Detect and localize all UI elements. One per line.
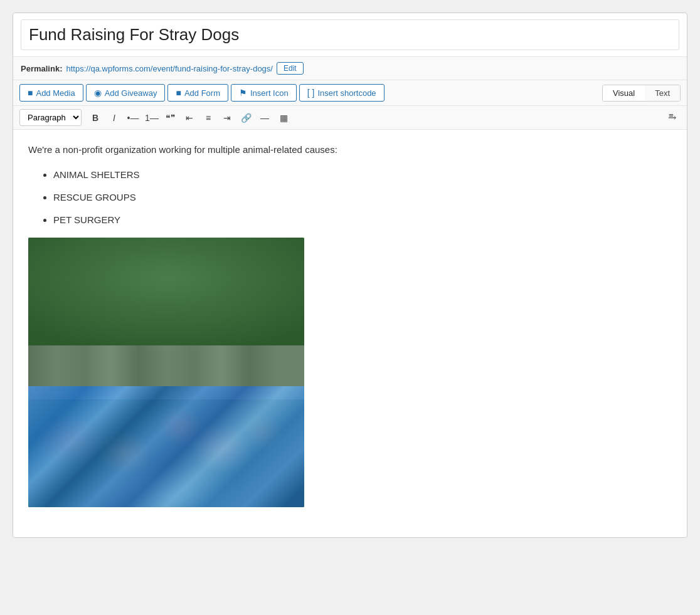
insert-shortcode-button[interactable]: [ ] Insert shortcode bbox=[299, 84, 384, 102]
horizontal-rule-icon: ― bbox=[260, 113, 269, 123]
main-toolbar: ■ Add Media ◉ Add Giveaway ■ Add Form ⚑ … bbox=[13, 80, 687, 106]
insert-icon-icon: ⚑ bbox=[239, 88, 247, 98]
add-media-icon: ■ bbox=[28, 88, 33, 98]
align-left-button[interactable]: ⇤ bbox=[181, 110, 198, 126]
align-center-button[interactable]: ≡ bbox=[199, 110, 217, 126]
bold-icon: B bbox=[92, 113, 98, 123]
dog-image bbox=[28, 238, 304, 507]
visual-tab[interactable]: Visual bbox=[603, 85, 645, 101]
permalink-edit-button[interactable]: Edit bbox=[277, 62, 304, 75]
list-item: RESCUE GROUPS bbox=[53, 190, 672, 205]
unordered-list-button[interactable]: •— bbox=[124, 110, 142, 126]
content-list: ANIMAL SHELTERS RESCUE GROUPS PET SURGER… bbox=[53, 167, 672, 228]
editor-container: Permalink: https://qa.wpforms.com/event/… bbox=[13, 13, 687, 538]
align-right-icon: ⇥ bbox=[223, 113, 231, 123]
view-tabs: Visual Text bbox=[602, 85, 681, 102]
intro-paragraph: We're a non-profit organization working … bbox=[28, 142, 672, 157]
add-giveaway-icon: ◉ bbox=[94, 88, 102, 98]
text-tab[interactable]: Text bbox=[645, 85, 680, 101]
editor-content[interactable]: We're a non-profit organization working … bbox=[13, 130, 687, 537]
permalink-link[interactable]: https://qa.wpforms.com/event/fund-raisin… bbox=[66, 64, 272, 73]
format-toolbar: Paragraph B I •— 1— ❝❞ ⇤ ≡ ⇥ 🔗 ― bbox=[13, 106, 687, 130]
italic-button[interactable]: I bbox=[105, 110, 123, 126]
fullscreen-icon: ⥱ bbox=[668, 112, 676, 124]
align-right-button[interactable]: ⇥ bbox=[218, 110, 236, 126]
blockquote-icon: ❝❞ bbox=[166, 113, 176, 123]
link-button[interactable]: 🔗 bbox=[237, 110, 255, 126]
fullscreen-button[interactable]: ⥱ bbox=[663, 110, 681, 126]
link-icon: 🔗 bbox=[241, 113, 252, 123]
blue-blanket bbox=[28, 386, 304, 508]
blockquote-button[interactable]: ❝❞ bbox=[162, 110, 179, 126]
add-media-button[interactable]: ■ Add Media bbox=[19, 84, 83, 102]
align-center-icon: ≡ bbox=[206, 113, 211, 123]
post-title-input[interactable] bbox=[21, 19, 679, 50]
title-area bbox=[13, 13, 687, 57]
insert-shortcode-icon: [ ] bbox=[307, 88, 315, 98]
permalink-label: Permalink: bbox=[21, 64, 62, 73]
add-form-icon: ■ bbox=[176, 88, 181, 98]
insert-icon-button[interactable]: ⚑ Insert Icon bbox=[231, 84, 297, 102]
add-form-button[interactable]: ■ Add Form bbox=[167, 84, 228, 102]
paragraph-select[interactable]: Paragraph bbox=[19, 109, 82, 126]
ordered-list-icon: 1— bbox=[145, 113, 159, 123]
add-giveaway-button[interactable]: ◉ Add Giveaway bbox=[86, 84, 166, 102]
bold-button[interactable]: B bbox=[87, 110, 104, 126]
table-icon: ▦ bbox=[280, 113, 288, 123]
ordered-list-button[interactable]: 1— bbox=[143, 110, 161, 126]
table-button[interactable]: ▦ bbox=[275, 110, 292, 126]
italic-icon: I bbox=[113, 113, 115, 123]
list-item: PET SURGERY bbox=[53, 213, 672, 228]
align-left-icon: ⇤ bbox=[186, 113, 193, 123]
unordered-list-icon: •— bbox=[127, 113, 139, 123]
list-item: ANIMAL SHELTERS bbox=[53, 167, 672, 182]
horizontal-rule-button[interactable]: ― bbox=[256, 110, 273, 126]
permalink-bar: Permalink: https://qa.wpforms.com/event/… bbox=[13, 57, 687, 80]
